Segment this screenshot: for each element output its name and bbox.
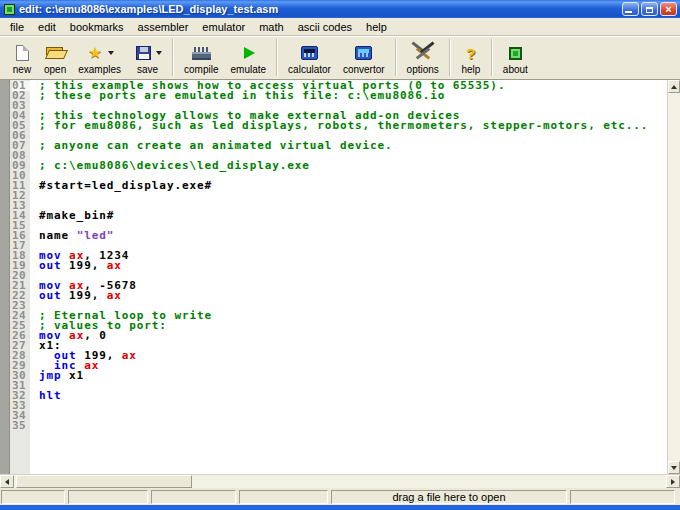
arrow-left-icon xyxy=(5,479,9,485)
code-line[interactable] xyxy=(39,241,667,251)
menu-item-edit[interactable]: edit xyxy=(31,20,63,34)
scroll-right-button[interactable] xyxy=(666,475,680,488)
toolbar-button-label: options xyxy=(407,64,439,75)
toolbar-button-convertor[interactable]: convertor xyxy=(337,42,391,76)
toolbar-button-examples[interactable]: ★examples xyxy=(72,42,127,76)
restore-button[interactable] xyxy=(641,2,658,16)
horizontal-scrollbar[interactable] xyxy=(0,474,680,488)
code-line[interactable]: ; these ports are emulated in this file:… xyxy=(39,91,667,101)
toolbar-button-open[interactable]: open xyxy=(38,42,72,76)
toolbar-button-new[interactable]: new xyxy=(6,42,38,76)
help-question-icon: ? xyxy=(466,45,475,62)
app-window: edit: c:\emu8086\examples\LED_display_te… xyxy=(0,0,680,510)
code-line[interactable]: inc ax xyxy=(39,361,667,371)
code-line[interactable] xyxy=(39,381,667,391)
minimize-button[interactable] xyxy=(622,2,639,16)
status-panel xyxy=(151,490,236,504)
code-line[interactable]: ; values to port: xyxy=(39,321,667,331)
menu-item-math[interactable]: math xyxy=(252,20,290,34)
toolbar-button-emulate[interactable]: emulate xyxy=(225,42,273,76)
code-line[interactable]: name "led" xyxy=(39,231,667,241)
app-icon xyxy=(4,4,15,15)
code-line[interactable] xyxy=(39,221,667,231)
title-bar: edit: c:\emu8086\examples\LED_display_te… xyxy=(0,0,680,18)
toolbar-button-help[interactable]: ?help xyxy=(455,42,487,76)
minimize-icon xyxy=(625,11,632,13)
status-panel xyxy=(68,490,148,504)
code-token: ; these ports are emulated in this file:… xyxy=(39,89,445,102)
new-document-icon xyxy=(16,45,29,61)
menu-item-emulator[interactable]: emulator xyxy=(195,20,252,34)
arrow-down-icon xyxy=(671,466,677,470)
toolbar-separator xyxy=(276,39,278,76)
toolbar-button-label: about xyxy=(503,64,528,75)
code-line[interactable]: out 199, ax xyxy=(39,291,667,301)
save-dropdown-arrow-icon[interactable] xyxy=(156,51,162,55)
code-line[interactable] xyxy=(39,411,667,421)
code-line[interactable] xyxy=(39,401,667,411)
scroll-left-button[interactable] xyxy=(0,475,14,488)
code-line[interactable]: hlt xyxy=(39,391,667,401)
status-bar: drag a file here to open xyxy=(0,488,680,505)
code-token: "led" xyxy=(77,229,115,242)
restore-icon xyxy=(646,7,653,13)
examples-star-icon: ★ xyxy=(88,45,102,61)
open-folder-icon xyxy=(46,47,65,60)
code-line[interactable]: jmp x1 xyxy=(39,371,667,381)
toolbar-button-save[interactable]: save xyxy=(127,42,168,76)
emulate-play-icon xyxy=(244,47,255,59)
toolbar-button-calculator[interactable]: calculator xyxy=(282,42,337,76)
toolbar-button-label: help xyxy=(461,64,480,75)
editor: 0102030405060708091011121314151617181920… xyxy=(0,80,680,474)
code-line[interactable]: #make_bin# xyxy=(39,211,667,221)
menu-bar: fileeditbookmarksassembleremulatormathas… xyxy=(0,18,680,36)
code-line[interactable]: mov ax, 1234 xyxy=(39,251,667,261)
horizontal-scroll-track[interactable] xyxy=(192,475,666,488)
close-button[interactable]: × xyxy=(660,2,677,16)
scroll-up-button[interactable] xyxy=(668,80,680,93)
code-line[interactable] xyxy=(39,191,667,201)
code-line[interactable]: #start=led_display.exe# xyxy=(39,181,667,191)
code-token: ax xyxy=(84,359,99,372)
code-line[interactable]: out 199, ax xyxy=(39,351,667,361)
code-token: 199, xyxy=(62,289,107,302)
code-token xyxy=(62,329,70,342)
code-line[interactable] xyxy=(39,421,667,431)
code-token: #make_bin# xyxy=(39,209,114,222)
code-line[interactable] xyxy=(39,201,667,211)
toolbar-button-label: new xyxy=(13,64,31,75)
code-area[interactable]: ; this example shows how to access virtu… xyxy=(30,80,667,474)
toolbar-button-compile[interactable]: compile xyxy=(178,42,224,76)
code-line[interactable]: mov ax, 0 xyxy=(39,331,667,341)
menu-item-ascii-codes[interactable]: ascii codes xyxy=(291,20,359,34)
status-panel xyxy=(570,490,675,504)
line-number-gutter: 0102030405060708091011121314151617181920… xyxy=(10,80,30,474)
menu-item-help[interactable]: help xyxy=(359,20,394,34)
vertical-scrollbar[interactable] xyxy=(667,80,680,474)
code-line[interactable]: ; anyone can create an animated virtual … xyxy=(39,141,667,151)
close-icon: × xyxy=(665,3,671,15)
horizontal-scroll-thumb[interactable] xyxy=(16,475,192,488)
code-line[interactable]: ; for emu8086, such as led displays, rob… xyxy=(39,121,667,131)
menu-item-assembler[interactable]: assembler xyxy=(131,20,196,34)
code-token: ax xyxy=(107,259,122,272)
toolbar-button-label: examples xyxy=(78,64,121,75)
code-token: out xyxy=(39,289,62,302)
examples-dropdown-arrow-icon[interactable] xyxy=(108,51,114,55)
code-token: ; for emu8086, such as led displays, rob… xyxy=(39,119,648,132)
menu-item-file[interactable]: file xyxy=(3,20,31,34)
editor-left-margin xyxy=(0,80,10,474)
menu-item-bookmarks[interactable]: bookmarks xyxy=(63,20,131,34)
toolbar-button-about[interactable]: about xyxy=(497,42,534,76)
code-token: ax xyxy=(107,289,122,302)
toolbar-button-options[interactable]: options xyxy=(401,42,445,76)
status-panel xyxy=(1,490,65,504)
code-line[interactable]: out 199, ax xyxy=(39,261,667,271)
window-controls: × xyxy=(622,2,677,16)
calculator-icon xyxy=(301,46,318,60)
code-line[interactable]: mov ax, -5678 xyxy=(39,281,667,291)
scroll-down-button[interactable] xyxy=(668,461,680,474)
code-line[interactable]: ; c:\emu8086\devices\led_display.exe xyxy=(39,161,667,171)
code-token: name xyxy=(39,229,77,242)
about-chip-icon xyxy=(509,47,522,60)
